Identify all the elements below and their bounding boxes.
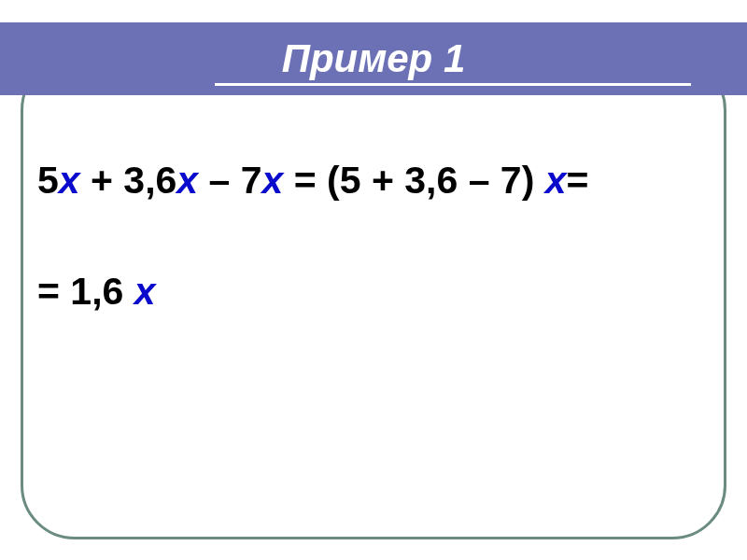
slide-title: Пример 1 xyxy=(282,36,466,81)
title-bar: Пример 1 xyxy=(0,22,747,95)
content-frame xyxy=(21,56,726,539)
title-underline xyxy=(215,83,691,86)
